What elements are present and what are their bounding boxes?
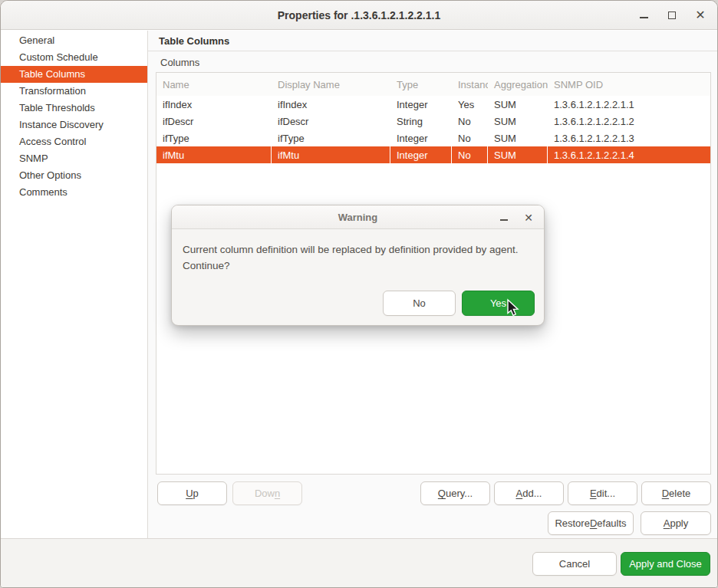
column-header-aggregation[interactable]: Aggregation [488, 73, 548, 96]
warning-dialog-controls: ✕ [496, 205, 536, 229]
cell-aggregation[interactable]: SUM [488, 146, 548, 163]
bottom-bar: Cancel Apply and Close [1, 538, 717, 587]
cell-aggregation[interactable]: SUM [488, 96, 548, 113]
no-button[interactable]: No [383, 291, 456, 316]
cell-snmp-oid[interactable]: 1.3.6.1.2.1.2.2.1.3 [548, 130, 710, 146]
cell-aggregation[interactable]: SUM [488, 130, 548, 146]
table-row[interactable]: ifTypeifTypeIntegerNoSUM1.3.6.1.2.1.2.2.… [156, 130, 710, 146]
cell-instance[interactable]: Yes [452, 96, 488, 113]
cell-display-name[interactable]: ifType [272, 130, 390, 146]
sidebar-item-custom-schedule[interactable]: Custom Schedule [1, 49, 147, 66]
warning-message: Current column definition will be replac… [183, 242, 532, 274]
warning-dialog-buttons: No Yes [383, 291, 535, 316]
cell-name[interactable]: ifType [156, 130, 272, 146]
apply-button[interactable]: Apply [641, 511, 711, 535]
cancel-button[interactable]: Cancel [532, 552, 617, 576]
cell-type[interactable]: String [390, 113, 452, 130]
sidebar: GeneralCustom ScheduleTable ColumnsTrans… [1, 31, 148, 538]
window-title: Properties for .1.3.6.1.2.1.2.2.1.1 [278, 9, 440, 21]
sidebar-item-access-control[interactable]: Access Control [1, 133, 147, 150]
table-action-row-2: Restore Defaults Apply [548, 511, 711, 535]
cell-snmp-oid[interactable]: 1.3.6.1.2.1.2.2.1.4 [548, 146, 710, 163]
table-row[interactable]: ifIndexifIndexIntegerYesSUM1.3.6.1.2.1.2… [156, 96, 710, 113]
table-body: ifIndexifIndexIntegerYesSUM1.3.6.1.2.1.2… [156, 96, 710, 163]
edit-button[interactable]: Edit... [568, 481, 637, 505]
delete-button[interactable]: Delete [641, 481, 711, 505]
sidebar-item-general[interactable]: General [1, 32, 147, 49]
cell-display-name[interactable]: ifIndex [272, 96, 390, 113]
warning-dialog-titlebar[interactable]: Warning ✕ [172, 205, 544, 229]
close-icon[interactable]: ✕ [691, 6, 710, 25]
cell-display-name[interactable]: ifMtu [272, 146, 390, 163]
column-header-name[interactable]: Name [156, 73, 272, 96]
restore-defaults-button[interactable]: Restore Defaults [548, 511, 634, 535]
warning-dialog-title: Warning [338, 212, 378, 223]
columns-section-label: Columns [160, 57, 199, 68]
warning-dialog: Warning ✕ Current column definition will… [171, 205, 545, 326]
add-button[interactable]: Add... [494, 481, 564, 505]
cell-name[interactable]: ifIndex [156, 96, 272, 113]
cell-display-name[interactable]: ifDescr [272, 113, 390, 130]
column-header-display-name[interactable]: Display Name [272, 73, 390, 96]
dialog-close-icon[interactable]: ✕ [521, 210, 536, 225]
cell-snmp-oid[interactable]: 1.3.6.1.2.1.2.2.1.2 [548, 113, 710, 130]
cell-type[interactable]: Integer [390, 130, 452, 146]
panel-title: Table Columns [148, 31, 717, 51]
cell-instance[interactable]: No [452, 130, 488, 146]
apply-and-close-button[interactable]: Apply and Close [621, 552, 710, 576]
dialog-action-buttons: Cancel Apply and Close [532, 552, 710, 576]
sidebar-item-other-options[interactable]: Other Options [1, 167, 147, 184]
sidebar-item-comments[interactable]: Comments [1, 184, 147, 201]
cell-instance[interactable]: No [452, 146, 488, 163]
column-header-type[interactable]: Type [390, 73, 452, 96]
sidebar-item-instance-discovery[interactable]: Instance Discovery [1, 117, 147, 133]
up-button[interactable]: Up [157, 481, 227, 505]
table-action-row-1: Up Down Query... Add... Edit... Delete [157, 481, 711, 505]
cell-name[interactable]: ifMtu [156, 146, 272, 163]
down-button[interactable]: Down [232, 481, 302, 505]
cell-instance[interactable]: No [452, 113, 488, 130]
sidebar-item-snmp[interactable]: SNMP [1, 150, 147, 167]
titlebar[interactable]: Properties for .1.3.6.1.2.1.2.2.1.1 ✕ [1, 1, 717, 30]
table-header-row: Name Display Name Type Instance Aggregat… [156, 73, 710, 96]
properties-window: Properties for .1.3.6.1.2.1.2.2.1.1 ✕ Ge… [0, 0, 718, 588]
cell-name[interactable]: ifDescr [156, 113, 272, 130]
sidebar-item-table-thresholds[interactable]: Table Thresholds [1, 100, 147, 117]
cell-type[interactable]: Integer [390, 96, 452, 113]
cell-aggregation[interactable]: SUM [488, 113, 548, 130]
column-header-instance[interactable]: Instance [452, 73, 488, 96]
window-controls: ✕ [634, 1, 710, 30]
cell-type[interactable]: Integer [390, 146, 452, 163]
column-header-snmp-oid[interactable]: SNMP OID [548, 73, 710, 96]
maximize-icon[interactable] [663, 6, 681, 25]
sidebar-item-transformation[interactable]: Transformation [1, 83, 147, 100]
table-row[interactable]: ifMtuifMtuIntegerNoSUM1.3.6.1.2.1.2.2.1.… [156, 146, 710, 163]
sidebar-item-table-columns[interactable]: Table Columns [1, 66, 147, 83]
table-row[interactable]: ifDescrifDescrStringNoSUM1.3.6.1.2.1.2.2… [156, 113, 710, 130]
dialog-minimize-icon[interactable] [496, 210, 512, 225]
query-button[interactable]: Query... [420, 481, 490, 505]
cell-snmp-oid[interactable]: 1.3.6.1.2.1.2.2.1.1 [548, 96, 710, 113]
minimize-icon[interactable] [634, 6, 653, 25]
yes-button[interactable]: Yes [462, 291, 535, 316]
